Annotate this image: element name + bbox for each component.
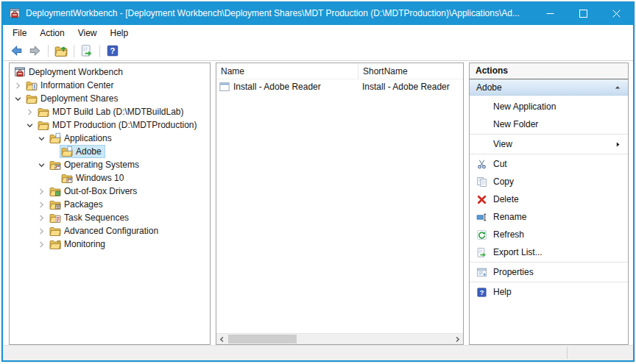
action-copy[interactable]: Copy [470, 173, 628, 190]
back-button[interactable] [7, 43, 26, 59]
action-label: Cut [493, 159, 507, 169]
forward-button[interactable] [26, 43, 45, 59]
scrollbar-track[interactable] [227, 334, 452, 344]
chevron-collapsed-icon[interactable] [36, 186, 46, 196]
tree-item-operating-systems[interactable]: Operating Systems [10, 158, 210, 171]
chevron-collapsed-icon[interactable] [36, 199, 46, 210]
console-content: Deployment WorkbenchInformation CenterDe… [3, 61, 633, 345]
tree-item-content: Windows 10 [60, 171, 127, 185]
scrollbar-thumb[interactable] [228, 335, 297, 343]
tree-item-content: MDT Production (D:\MDTProduction) [36, 118, 201, 132]
chevron-expanded-icon[interactable] [36, 133, 46, 143]
chevron-expanded-icon[interactable] [36, 160, 46, 170]
folder-icon [38, 106, 49, 118]
action-properties[interactable]: Properties [470, 263, 628, 281]
tree-item-advanced-configuration[interactable]: Advanced Configuration [10, 224, 210, 238]
action-delete[interactable]: Delete [470, 190, 628, 208]
svg-text:?: ? [479, 288, 484, 296]
scroll-left-button[interactable] [216, 334, 227, 345]
chevron-expanded-icon[interactable] [13, 93, 23, 104]
maximize-button[interactable] [567, 1, 600, 25]
up-one-level-icon [54, 44, 68, 57]
action-label: Help [493, 287, 512, 297]
chevron-expanded-icon[interactable] [24, 120, 35, 130]
collapse-up-icon[interactable] [614, 84, 621, 91]
minimize-button[interactable] [534, 1, 567, 25]
horizontal-scrollbar[interactable] [216, 333, 463, 344]
toolbar-separator [99, 45, 100, 57]
mmc-console-icon [9, 7, 21, 19]
tree-item-information-center[interactable]: Information Center [10, 79, 210, 92]
actions-separator [470, 282, 628, 282]
actions-separator [470, 134, 628, 135]
tree-item-content: Deployment Workbench [13, 65, 127, 79]
tree-item-deployment-shares[interactable]: Deployment Shares [10, 92, 210, 105]
action-new-application[interactable]: New Application [470, 98, 628, 115]
tree-item-deployment-workbench[interactable]: Deployment Workbench [10, 65, 210, 79]
action-new-folder[interactable]: New Folder [470, 115, 628, 133]
tree-item-out-of-box-drivers[interactable]: Out-of-Box Drivers [10, 185, 210, 198]
tree-item-applications[interactable]: Applications [10, 132, 210, 145]
chevron-collapsed-icon[interactable] [36, 239, 46, 249]
tree-item-packages[interactable]: Packages [10, 198, 210, 211]
close-button[interactable] [600, 1, 633, 25]
maximize-icon [579, 10, 587, 18]
tree-item-content: Advanced Configuration [48, 224, 162, 238]
list-row-install-adobe-reader[interactable]: Install - Adobe ReaderInstall - Adobe Re… [216, 79, 463, 94]
tree-item-windows-10[interactable]: Windows 10 [10, 171, 210, 185]
actions-separator [470, 262, 628, 263]
action-label: Properties [493, 267, 534, 277]
console-tree-pane: Deployment WorkbenchInformation CenterDe… [9, 63, 211, 345]
action-export-list[interactable]: Export List... [470, 243, 628, 261]
up-one-level-button[interactable] [52, 43, 71, 59]
folder-icon [26, 93, 38, 104]
tree-item-adobe[interactable]: Adobe [10, 145, 210, 158]
folder-driver-icon [49, 185, 61, 197]
actions-group-adobe[interactable]: Adobe [470, 79, 628, 96]
help-icon: ? [106, 44, 119, 57]
cut-icon [476, 159, 487, 170]
action-refresh[interactable]: Refresh [470, 226, 628, 243]
scroll-left-icon [219, 336, 225, 343]
mmc-console-icon [14, 66, 26, 78]
help-button[interactable]: ? [103, 43, 122, 59]
export-list-button[interactable] [77, 43, 96, 59]
tree-item-mdt-build-lab-d-mdtbuildlab[interactable]: MDT Build Lab (D:\MDTBuildLab) [10, 105, 210, 118]
refresh-icon [476, 229, 487, 240]
action-rename[interactable]: Rename [470, 208, 628, 226]
status-bar [3, 345, 633, 360]
chevron-collapsed-icon[interactable] [13, 80, 23, 90]
tree-item-mdt-production-d-mdtproduction[interactable]: MDT Production (D:\MDTProduction) [10, 118, 210, 132]
list-header: Name ShortName [216, 63, 463, 79]
actions-list: New ApplicationNew FolderViewCutCopyDele… [470, 96, 628, 344]
toolbar-separator [48, 45, 49, 57]
column-header-shortname[interactable]: ShortName [358, 63, 463, 79]
chevron-collapsed-icon[interactable] [24, 107, 35, 117]
delete-icon [476, 194, 487, 205]
tree-item-label: Deployment Shares [40, 93, 118, 104]
menu-file[interactable]: File [6, 26, 33, 40]
tree-item-task-sequences[interactable]: Task Sequences [10, 211, 210, 224]
tree-item-label: Monitoring [64, 239, 105, 249]
folder-app-icon [61, 146, 73, 157]
folder-os-icon [49, 159, 61, 171]
tree-item-label: Applications [64, 133, 112, 143]
minimize-icon [546, 10, 554, 18]
chevron-collapsed-icon[interactable] [36, 213, 46, 223]
action-cut[interactable]: Cut [470, 155, 628, 173]
tree-item-monitoring[interactable]: Monitoring [10, 238, 210, 251]
scroll-right-button[interactable] [452, 334, 463, 345]
forward-icon [29, 44, 42, 57]
menu-bar: FileActionViewHelp [3, 25, 633, 41]
action-help[interactable]: ?Help [470, 283, 628, 301]
tree-item-label: Adobe [76, 146, 102, 157]
folder-os-icon [61, 172, 73, 184]
menu-view[interactable]: View [71, 26, 104, 40]
chevron-collapsed-icon[interactable] [36, 226, 46, 236]
list-item-name-label: Install - Adobe Reader [233, 82, 321, 92]
menu-action[interactable]: Action [33, 26, 71, 40]
column-header-name[interactable]: Name [216, 63, 358, 79]
menu-help[interactable]: Help [104, 26, 135, 40]
action-view[interactable]: View [470, 135, 628, 153]
tree-item-label: MDT Production (D:\MDTProduction) [52, 120, 197, 130]
